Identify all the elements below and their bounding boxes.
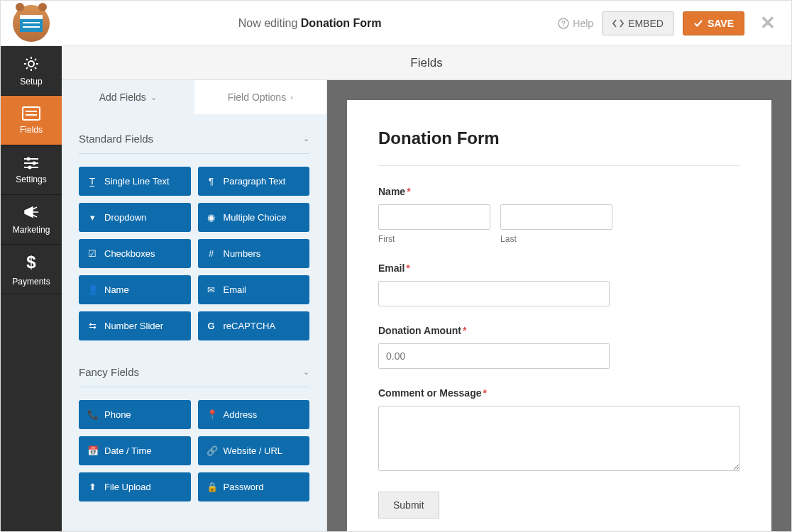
field-phone[interactable]: 📞Phone <box>79 400 191 429</box>
required-star: * <box>463 325 466 336</box>
megaphone-icon <box>23 205 40 221</box>
field-checkboxes[interactable]: ☑Checkboxes <box>79 239 191 268</box>
field-password[interactable]: 🔒Password <box>198 472 310 501</box>
help-icon: ? <box>558 18 569 29</box>
form-name: Donation Form <box>301 17 382 29</box>
section-title: Standard Fields <box>79 133 153 145</box>
chevron-down-icon: ⌄ <box>303 367 309 377</box>
svg-text:?: ? <box>561 20 566 28</box>
form-field-comment[interactable]: Comment or Message* <box>378 387 740 473</box>
dollar-icon: $ <box>26 253 35 272</box>
field-website-url[interactable]: 🔗Website / URL <box>198 436 310 465</box>
nav-label: Marketing <box>13 225 50 235</box>
checkbox-icon: ☑ <box>87 248 97 259</box>
last-name-input[interactable] <box>500 204 612 230</box>
form-field-name[interactable]: Name* First Last <box>378 186 740 244</box>
envelope-icon: ✉ <box>207 284 216 295</box>
sidenav: Setup Fields Settings Marketing <box>1 46 62 531</box>
field-label: Dropdown <box>104 212 146 223</box>
section-title: Fancy Fields <box>79 366 139 378</box>
close-button[interactable]: ✕ <box>753 12 779 34</box>
field-label: Website / URL <box>224 445 283 456</box>
form-field-email[interactable]: Email* <box>378 262 740 306</box>
field-label: Name* <box>378 186 740 197</box>
field-label: Comment or Message* <box>378 387 740 399</box>
preview-area: Donation Form Name* First Last <box>327 80 791 531</box>
logo <box>1 5 62 42</box>
embed-button[interactable]: EMBED <box>602 11 674 35</box>
sliders-icon <box>23 156 40 170</box>
embed-label: EMBED <box>628 18 664 29</box>
field-label: Phone <box>104 409 131 420</box>
field-dropdown[interactable]: ▾Dropdown <box>79 203 191 232</box>
svg-point-11 <box>28 165 32 169</box>
form-preview: Donation Form Name* First Last <box>347 100 771 531</box>
nav-label: Setup <box>20 77 42 87</box>
nav-setup[interactable]: Setup <box>1 46 62 96</box>
email-input[interactable] <box>378 281 610 306</box>
field-paragraph-text[interactable]: ¶Paragraph Text <box>198 167 310 196</box>
help-link[interactable]: ? Help <box>558 18 593 29</box>
help-label: Help <box>573 18 593 29</box>
section-standard-fields[interactable]: Standard Fields ⌄ <box>79 127 309 154</box>
tab-label: Field Options <box>228 92 286 103</box>
field-recaptcha[interactable]: GreCAPTCHA <box>198 311 310 340</box>
page-title: Now editing Donation Form <box>62 17 558 30</box>
nav-payments[interactable]: $ Payments <box>1 245 62 294</box>
tab-field-options[interactable]: Field Options › <box>194 80 327 114</box>
panel-header: Fields <box>62 46 791 80</box>
nav-settings[interactable]: Settings <box>1 145 62 195</box>
amount-input[interactable] <box>378 343 610 369</box>
required-star: * <box>407 186 410 197</box>
nav-fields[interactable]: Fields <box>1 96 62 145</box>
last-sublabel: Last <box>500 234 612 244</box>
first-name-input[interactable] <box>378 204 490 230</box>
field-name[interactable]: 👤Name <box>79 275 191 304</box>
field-number-slider[interactable]: ⇆Number Slider <box>79 311 191 340</box>
field-address[interactable]: 📍Address <box>198 400 310 429</box>
svg-rect-3 <box>23 107 40 120</box>
chevron-down-icon: ⌄ <box>150 93 157 102</box>
topbar: Now editing Donation Form ? Help EMBED <box>1 1 791 46</box>
upload-icon: ⬆ <box>87 482 97 492</box>
field-label: Numbers <box>224 248 261 259</box>
person-icon: 👤 <box>87 284 97 295</box>
paragraph-icon: ¶ <box>207 176 216 187</box>
save-button[interactable]: SAVE <box>683 11 744 35</box>
field-label: reCAPTCHA <box>224 321 276 331</box>
field-label: Checkboxes <box>104 248 155 259</box>
field-label: Donation Amount* <box>378 325 740 336</box>
google-icon: G <box>207 321 216 331</box>
svg-point-7 <box>27 157 31 160</box>
form-icon <box>22 106 40 121</box>
radio-icon: ◉ <box>207 212 216 223</box>
field-label: Paragraph Text <box>224 176 286 187</box>
close-icon: ✕ <box>760 12 776 33</box>
field-label: File Upload <box>104 482 151 492</box>
field-file-upload[interactable]: ⬆File Upload <box>79 472 191 501</box>
link-icon: 🔗 <box>207 445 216 456</box>
comment-textarea[interactable] <box>378 406 740 471</box>
tab-add-fields[interactable]: Add Fields ⌄ <box>62 80 194 114</box>
pin-icon: 📍 <box>207 409 216 420</box>
field-multiple-choice[interactable]: ◉Multiple Choice <box>198 203 310 232</box>
form-field-amount[interactable]: Donation Amount* <box>378 325 740 369</box>
field-numbers[interactable]: #Numbers <box>198 239 310 268</box>
check-icon <box>693 18 703 28</box>
first-sublabel: First <box>378 234 490 244</box>
field-label: Password <box>224 482 264 492</box>
gear-icon <box>23 55 40 72</box>
field-label: Email* <box>378 262 740 274</box>
field-label: Name <box>104 284 129 295</box>
field-date-time[interactable]: 📅Date / Time <box>79 436 191 465</box>
nav-marketing[interactable]: Marketing <box>1 195 62 245</box>
lock-icon: 🔒 <box>207 482 216 492</box>
dropdown-icon: ▾ <box>87 212 97 223</box>
field-single-line-text[interactable]: T̲Single Line Text <box>79 167 191 196</box>
panel-header-label: Fields <box>410 56 442 70</box>
submit-button[interactable]: Submit <box>378 492 439 519</box>
nav-label: Fields <box>20 125 43 135</box>
panel-tabs: Add Fields ⌄ Field Options › <box>62 80 326 114</box>
field-email[interactable]: ✉Email <box>198 275 310 304</box>
section-fancy-fields[interactable]: Fancy Fields ⌄ <box>79 360 309 387</box>
